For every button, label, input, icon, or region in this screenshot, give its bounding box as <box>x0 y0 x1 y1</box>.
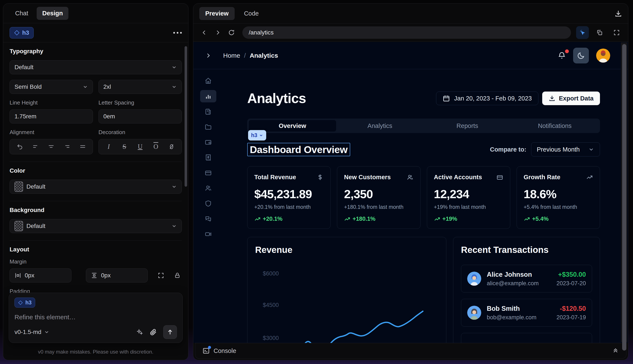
app-sidebar-rail <box>193 69 223 343</box>
tab-code[interactable]: Code <box>238 7 265 20</box>
font-weight-select[interactable]: Semi Bold <box>10 80 93 94</box>
font-weight-value: Semi Bold <box>15 84 42 90</box>
align-justify-icon[interactable] <box>77 141 89 152</box>
color-value: Default <box>27 183 45 190</box>
background-select[interactable]: Default <box>10 219 182 233</box>
transaction-row: Alice Johnson alice@example.com +$350.00… <box>461 265 592 292</box>
expand-margin-icon[interactable] <box>157 272 164 279</box>
preview-url-bar: /analytics <box>193 24 628 42</box>
nav-wallet-icon[interactable] <box>200 136 216 148</box>
stat-sub: +20.1% from last month <box>254 204 324 210</box>
font-size-value: 2xl <box>103 84 111 90</box>
nav-home-icon[interactable] <box>200 75 216 87</box>
margin-y-input[interactable]: 0px <box>86 268 148 282</box>
console-drawer[interactable]: Console <box>195 343 626 359</box>
chat-element-badge[interactable]: h3 <box>15 298 35 308</box>
paperclip-icon[interactable] <box>150 328 157 336</box>
selected-element-label: h3 <box>22 30 29 36</box>
lock-margin-icon[interactable] <box>174 272 180 279</box>
color-select[interactable]: Default <box>10 180 182 194</box>
tab-analytics[interactable]: Analytics <box>336 120 424 132</box>
url-input[interactable]: /analytics <box>242 26 571 39</box>
chevron-down-icon <box>83 84 88 90</box>
notifications-bell-icon[interactable] <box>558 52 566 60</box>
letter-spacing-input[interactable]: 0em <box>98 110 182 124</box>
trending-up-icon <box>344 216 350 222</box>
copy-icon[interactable] <box>593 26 606 39</box>
stat-trend-value: +20.1% <box>263 216 282 222</box>
stat-label: Growth Rate <box>524 174 560 181</box>
charts-row: Revenue $6000 $4500 $3000 Recent Transac… <box>247 237 600 343</box>
tab-chat[interactable]: Chat <box>10 7 34 20</box>
underline-icon[interactable]: U <box>134 141 146 152</box>
tab-notifications[interactable]: Notifications <box>511 120 598 132</box>
tab-design[interactable]: Design <box>37 7 68 20</box>
export-data-button[interactable]: Export Data <box>542 92 600 105</box>
margin-x-input[interactable]: 0px <box>10 268 71 282</box>
date-range-button[interactable]: Jan 20, 2023 - Feb 09, 2023 <box>436 92 538 105</box>
nav-users-icon[interactable] <box>200 182 216 194</box>
stat-trend-value: +5.4% <box>532 216 549 222</box>
dark-mode-toggle[interactable] <box>573 48 589 64</box>
font-family-value: Default <box>15 64 34 71</box>
selected-element-chip[interactable]: h3 <box>248 130 266 140</box>
refine-input[interactable]: Refine this element… <box>15 314 177 321</box>
download-icon[interactable] <box>614 10 622 18</box>
nav-messages-icon[interactable] <box>200 213 216 225</box>
sparkles-icon[interactable] <box>136 328 143 336</box>
reset-alignment-icon[interactable] <box>14 141 26 152</box>
italic-icon[interactable]: I <box>103 141 115 152</box>
sidebar-scrollbar[interactable] <box>184 46 187 187</box>
align-left-icon[interactable] <box>30 141 42 152</box>
fullscreen-icon[interactable] <box>610 26 623 39</box>
chevrons-up-icon[interactable] <box>612 348 619 354</box>
nav-shield-icon[interactable] <box>200 197 216 210</box>
selected-heading-outline[interactable]: Dashboard Overview <box>247 143 350 156</box>
no-decoration-icon[interactable] <box>166 141 177 152</box>
breadcrumb-home[interactable]: Home <box>223 52 240 59</box>
nav-analytics-icon[interactable] <box>200 90 216 102</box>
tab-preview[interactable]: Preview <box>199 7 235 20</box>
more-options-icon[interactable] <box>173 32 182 34</box>
back-icon[interactable] <box>198 27 210 38</box>
preview-scrollbar-thumb[interactable] <box>622 44 626 350</box>
align-center-icon[interactable] <box>45 141 57 152</box>
nav-news-icon[interactable] <box>200 105 216 118</box>
tab-reports[interactable]: Reports <box>424 120 511 132</box>
selected-element-badge[interactable]: h3 <box>10 27 34 38</box>
sidebar-toggle-icon[interactable] <box>193 52 223 59</box>
stats-row: Total Revenue $45,231.89 +20.1% from las… <box>247 166 600 229</box>
font-size-select[interactable]: 2xl <box>98 80 182 94</box>
chevron-down-icon <box>171 223 177 229</box>
chevron-down-icon <box>588 146 594 152</box>
stat-value: 2,350 <box>344 187 413 201</box>
nav-receipt-icon[interactable] <box>200 151 216 164</box>
font-family-select[interactable]: Default <box>10 60 182 74</box>
nav-video-icon[interactable] <box>200 228 216 240</box>
chevron-down-icon <box>171 184 177 190</box>
forward-icon[interactable] <box>212 27 224 38</box>
compare-select[interactable]: Previous Month <box>531 142 600 156</box>
tab-overview[interactable]: Overview <box>249 120 336 132</box>
send-button[interactable] <box>163 325 177 339</box>
overline-icon[interactable]: O <box>150 141 162 152</box>
refresh-icon[interactable] <box>226 27 237 38</box>
strikethrough-icon[interactable]: S <box>118 141 130 152</box>
tx-name: Bob Smith <box>487 305 536 312</box>
refine-chat-card: h3 Refine this element… v0-1.5-md <box>9 293 183 343</box>
inspect-cursor-icon[interactable] <box>576 26 589 39</box>
user-avatar[interactable] <box>596 48 610 62</box>
moon-icon <box>577 52 585 60</box>
model-name: v0-1.5-md <box>15 329 41 336</box>
stat-trend-value: +19% <box>443 216 457 222</box>
align-right-icon[interactable] <box>61 141 73 152</box>
model-select[interactable]: v0-1.5-md <box>15 329 50 336</box>
nav-card-icon[interactable] <box>200 167 216 179</box>
background-heading: Background <box>10 207 182 214</box>
nav-folder-icon[interactable] <box>200 121 216 133</box>
line-height-input[interactable]: 1.75rem <box>10 110 93 124</box>
preview-panel: Preview Code /analytics <box>193 4 628 360</box>
design-controls: Typography Default Semi Bold 2xl <box>3 42 188 322</box>
console-badge-dot <box>208 346 211 349</box>
selected-element-row: h3 <box>3 23 188 42</box>
